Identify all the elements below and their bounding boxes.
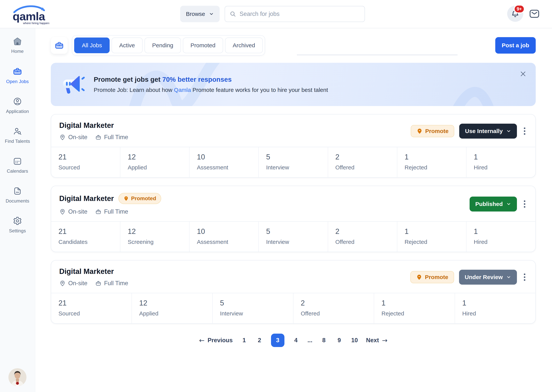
promote-banner: Promote get jobs get 70% better response…	[51, 63, 536, 106]
job-stats-row: 21Sourced 12Applied 10Assessment 5Interv…	[51, 147, 535, 177]
stat-candidates: 21Candidates	[51, 222, 120, 252]
sidebar-item-home[interactable]: Home	[11, 37, 24, 54]
user-circle-icon	[13, 97, 22, 106]
home-icon	[13, 37, 22, 46]
job-status-dropdown[interactable]: Use Internally	[459, 124, 517, 139]
tab-archived[interactable]: Archived	[225, 37, 263, 53]
page-3[interactable]: 3	[271, 334, 284, 347]
sidebar-item-settings[interactable]: Settings	[9, 216, 26, 233]
pagination-next[interactable]: Next →	[366, 336, 388, 344]
sidebar-item-documents[interactable]: Documents	[6, 186, 29, 204]
pagination: ← Previous 1 2 3 4 ... 8 9 10 Next →	[51, 334, 536, 347]
stat-rejected: 1Rejected	[397, 147, 466, 177]
job-search-box	[225, 6, 365, 22]
job-info: Digital Marketer On-site Full Time	[59, 121, 128, 141]
messages-button[interactable]	[529, 8, 540, 20]
location-pin-icon	[59, 134, 66, 140]
sidebar-item-application[interactable]: Application	[6, 97, 29, 114]
job-title: Digital Marketer	[59, 121, 114, 130]
sidebar-item-label: Find Talents	[5, 139, 30, 144]
toolbar-divider	[297, 55, 458, 55]
page-10[interactable]: 10	[351, 337, 358, 344]
job-status-dropdown[interactable]: Under Review	[459, 270, 517, 285]
job-location: On-site	[59, 208, 87, 215]
banner-title-highlight: 70% better responses	[162, 76, 232, 83]
job-title: Digital Marketer	[59, 195, 114, 203]
browse-label: Browse	[186, 11, 205, 17]
job-card: Digital Marketer On-site Full Time	[51, 260, 536, 324]
stat-hired: 1Hired	[466, 147, 535, 177]
stat-interview: 5Interview	[258, 222, 327, 252]
briefcase-small-icon	[95, 134, 102, 140]
page-8[interactable]: 8	[320, 337, 328, 344]
promote-button[interactable]: Promote	[411, 125, 454, 137]
job-more-menu[interactable]	[522, 126, 527, 136]
post-a-job-button[interactable]: Post a job	[495, 37, 536, 54]
job-more-menu[interactable]	[522, 272, 527, 282]
briefcase-small-icon	[95, 209, 102, 215]
banner-text: Promote get jobs get 70% better response…	[94, 76, 328, 93]
sidebar-item-calendars[interactable]: Calendars	[7, 157, 28, 174]
chevron-down-icon	[506, 129, 511, 133]
job-card: Digital Marketer On-site Full Time	[51, 114, 536, 178]
mail-icon	[529, 8, 540, 20]
tab-active[interactable]: Active	[112, 37, 143, 53]
arrow-left-icon: ←	[199, 336, 205, 344]
job-location: On-site	[59, 134, 87, 141]
user-avatar[interactable]	[8, 368, 26, 386]
pagination-previous[interactable]: ← Previous	[199, 336, 233, 344]
job-employment-type: Full Time	[95, 208, 128, 215]
gear-icon	[13, 216, 22, 225]
megaphone-icon	[63, 73, 85, 96]
logo-tagline: where hiring happens	[23, 21, 50, 25]
tab-promoted[interactable]: Promoted	[183, 37, 223, 53]
job-stats-row: 21Sourced 12Applied 5Interview 2Offered …	[51, 293, 535, 323]
sidebar-item-open-jobs[interactable]: Open Jobs	[6, 67, 29, 84]
user-search-icon	[13, 127, 22, 136]
tab-all-jobs[interactable]: All Jobs	[74, 37, 110, 53]
job-stats-row: 21Candidates 12Screening 10Assessment 5I…	[51, 221, 535, 252]
page-2[interactable]: 2	[256, 337, 263, 344]
qamla-logo[interactable]: qamla where hiring happens	[11, 3, 50, 25]
sidebar-item-label: Settings	[9, 228, 26, 233]
location-pin-icon	[59, 280, 66, 287]
close-icon	[520, 70, 527, 77]
promote-button[interactable]: Promote	[410, 271, 454, 283]
stat-sourced: 21Sourced	[51, 293, 131, 323]
promote-pin-icon	[123, 196, 129, 201]
job-employment-type: Full Time	[95, 280, 128, 287]
tab-pending[interactable]: Pending	[145, 37, 181, 53]
job-status-dropdown[interactable]: Published	[470, 196, 517, 211]
search-input[interactable]	[240, 11, 360, 17]
calendar-icon	[13, 157, 22, 166]
browse-dropdown[interactable]: Browse	[180, 6, 220, 22]
sidebar: Home Open Jobs Application Find Talents …	[0, 28, 35, 392]
notifications-button[interactable]: 9+	[507, 6, 523, 22]
jobs-filter-tile[interactable]	[51, 37, 68, 54]
sidebar-item-find-talents[interactable]: Find Talents	[5, 127, 30, 144]
banner-title: Promote get jobs get 70% better response…	[94, 76, 328, 83]
briefcase-blue-icon	[54, 41, 64, 50]
stat-assessment: 10Assessment	[189, 147, 258, 177]
sidebar-item-label: Calendars	[7, 168, 28, 174]
qamla-link[interactable]: Qamla	[174, 87, 191, 93]
stat-rejected: 1Rejected	[374, 293, 454, 323]
location-pin-icon	[59, 209, 66, 215]
promoted-badge: Promoted	[118, 193, 161, 204]
chevron-down-icon	[209, 12, 214, 16]
job-title: Digital Marketer	[59, 267, 114, 276]
sidebar-item-label: Home	[11, 49, 24, 54]
page-4[interactable]: 4	[292, 337, 300, 344]
job-status-tabs: All Jobs Active Pending Promoted Archive…	[72, 35, 265, 56]
sidebar-item-label: Application	[6, 109, 29, 114]
job-info: Digital Marketer On-site Full Time	[59, 267, 128, 287]
stat-hired: 1Hired	[466, 222, 535, 252]
promote-pin-icon	[416, 274, 422, 280]
job-more-menu[interactable]	[522, 199, 527, 209]
page-1[interactable]: 1	[240, 337, 248, 344]
stat-offered: 2Offered	[328, 222, 397, 252]
stat-rejected: 1Rejected	[397, 222, 466, 252]
page-9[interactable]: 9	[335, 337, 343, 344]
banner-close-button[interactable]	[520, 70, 527, 77]
sidebar-item-label: Documents	[6, 198, 29, 204]
